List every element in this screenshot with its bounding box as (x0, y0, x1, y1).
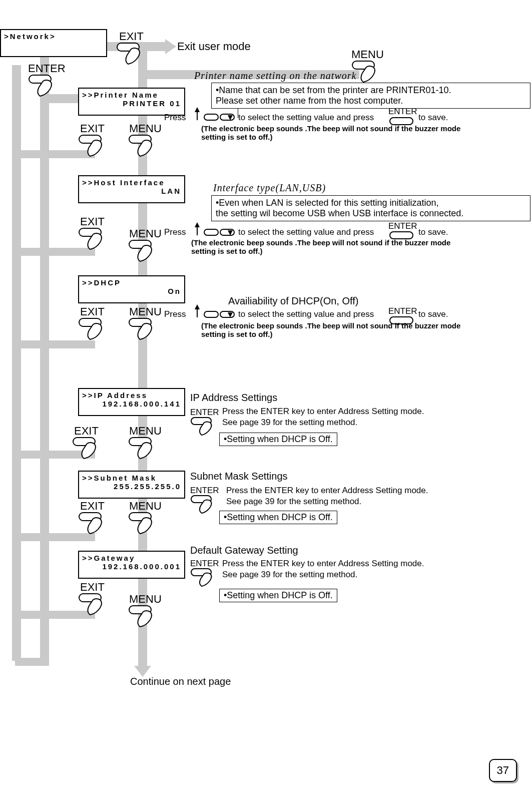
enter-label: ENTER (388, 221, 417, 231)
section-heading: IP Address Settings (190, 392, 277, 404)
lcd-line: >>IP Address (79, 389, 184, 400)
key-press-icon (72, 437, 103, 463)
section-heading: Subnet Mask Settings (190, 471, 288, 482)
key-press-icon (28, 74, 59, 100)
to-save: to save. (418, 227, 448, 237)
info-note: •Even when LAN is selected for this sett… (211, 195, 530, 221)
enter-label: ENTER (190, 408, 219, 418)
enter-label: ENTER (388, 306, 417, 316)
flow-bar (40, 55, 49, 661)
svg-rect-18 (204, 229, 218, 235)
dhcp-off-note: •Setting when DHCP is Off. (219, 511, 337, 524)
lcd-line: >>DHCP (79, 276, 184, 287)
enter-instruction: Press the ENTER key to enter Address Set… (226, 486, 428, 496)
key-press-icon (190, 495, 218, 517)
page-number: 37 (489, 759, 517, 782)
lcd-network: >Network> (0, 29, 107, 57)
svg-marker-6 (195, 107, 200, 112)
key-press-icon (128, 134, 159, 160)
key-press-icon (78, 134, 109, 160)
svg-rect-27 (220, 311, 234, 317)
key-press-icon (78, 317, 109, 343)
select-text: to select the setting value and press (238, 227, 374, 237)
continue-text: Continue on next page (130, 676, 231, 687)
info-note: •Name that can be set from the printer a… (211, 83, 530, 109)
lcd-gateway: >>Gateway 192.168.000.001 (78, 551, 185, 579)
see-page: See page 39 for the setting method. (222, 418, 357, 428)
lcd-printer-name: >>Printer Name PRINTER 01 (78, 88, 185, 116)
section-heading: Default Gateway Setting (190, 545, 298, 556)
lcd-dhcp: >>DHCP On (78, 275, 185, 303)
flow-bar (15, 658, 49, 666)
exit-label: EXIT (80, 305, 105, 318)
key-press-icon (190, 417, 218, 439)
to-save: to save. (418, 113, 448, 123)
svg-rect-8 (220, 114, 234, 120)
enter-label: ENTER (28, 62, 66, 75)
lcd-line: PRINTER 01 (79, 99, 184, 110)
lcd-line: >>Printer Name (79, 89, 184, 99)
beep-note: (The electronic beep sounds .The beep wi… (191, 238, 471, 255)
key-press-icon (116, 42, 147, 68)
see-page: See page 39 for the setting method. (226, 497, 361, 507)
svg-marker-17 (195, 222, 200, 227)
lcd-line: 255.255.255.0 (79, 482, 184, 493)
menu-label: MENU (129, 122, 162, 135)
key-press-icon (78, 512, 109, 538)
key-press-icon (128, 317, 159, 343)
exit-label: EXIT (119, 30, 144, 43)
svg-rect-11 (390, 118, 413, 125)
lcd-subnet-mask: >>Subnet Mask 255.255.255.0 (78, 471, 185, 499)
enter-instruction: Press the ENTER key to enter Address Set… (222, 559, 424, 569)
press-label: Press (164, 113, 186, 123)
section-heading: Printer name setting on the natwork (194, 70, 356, 82)
key-press-icon (78, 593, 109, 619)
lcd-line: 192.168.000.141 (79, 400, 184, 410)
svg-rect-7 (204, 114, 218, 120)
svg-marker-1 (165, 39, 176, 54)
enter-label: ENTER (190, 559, 219, 569)
exit-label: EXIT (80, 500, 105, 513)
beep-note: (The electronic beep sounds .The beep wi… (201, 124, 481, 141)
lcd-line: On (79, 287, 184, 297)
section-heading: Interface type(LAN,USB) (213, 182, 326, 194)
svg-rect-19 (220, 229, 234, 235)
menu-label: MENU (129, 500, 162, 513)
exit-label: EXIT (80, 215, 105, 228)
exit-label: EXIT (74, 425, 99, 438)
exit-label: EXIT (80, 581, 105, 594)
press-label: Press (164, 309, 186, 319)
exit-user-mode: Exit user mode (177, 40, 251, 53)
key-press-icon (128, 605, 159, 631)
enter-label: ENTER (190, 486, 219, 496)
menu-label: MENU (129, 593, 162, 606)
lcd-host-interface: >>Host Interface LAN (78, 175, 185, 203)
menu-label: MENU (351, 48, 384, 61)
svg-rect-21 (390, 232, 413, 239)
lcd-line: LAN (79, 187, 184, 197)
arrowhead-right-icon (165, 39, 176, 56)
svg-marker-0 (134, 666, 151, 677)
menu-label: MENU (129, 305, 162, 318)
lcd-line: >>Subnet Mask (79, 472, 184, 482)
key-press-icon (128, 437, 159, 463)
key-press-icon (78, 227, 109, 253)
press-label: Press (164, 227, 186, 237)
enter-label: ENTER (388, 107, 417, 117)
lcd-ip-address: >>IP Address 192.168.000.141 (78, 388, 185, 416)
page: >Network> EXIT Exit user mode ENTER MENU… (0, 0, 532, 797)
select-text: to select the setting value and press (238, 113, 374, 123)
exit-label: EXIT (80, 122, 105, 135)
key-press-icon (190, 568, 218, 590)
see-page: See page 39 for the setting method. (222, 570, 357, 580)
menu-label: MENU (129, 425, 162, 438)
dhcp-off-note: •Setting when DHCP is Off. (219, 433, 337, 446)
section-heading: Availiability of DHCP(On, Off) (228, 295, 358, 307)
menu-label: MENU (129, 227, 162, 240)
lcd-line: >>Gateway (79, 552, 184, 562)
lcd-line: >>Host Interface (79, 176, 184, 187)
to-save: to save. (418, 309, 448, 319)
lcd-line: 192.168.000.001 (79, 562, 184, 573)
svg-marker-25 (195, 304, 200, 309)
lcd-line: >Network> (1, 30, 106, 41)
